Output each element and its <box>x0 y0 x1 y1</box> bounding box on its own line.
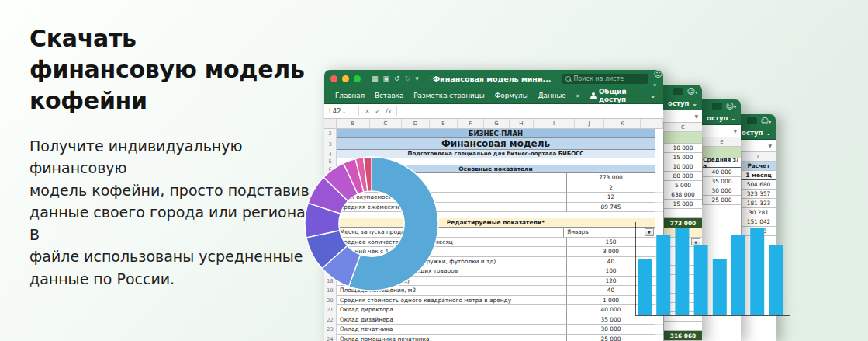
share-button-fragment[interactable]: оступ <box>742 129 763 137</box>
column-header[interactable]: E <box>430 119 458 128</box>
column-header[interactable]: L <box>741 152 776 162</box>
cell-value: 773 000 <box>566 173 655 183</box>
strip-cell: 638 000 <box>663 190 702 200</box>
bar-series-item <box>731 235 745 315</box>
formula-bar-fragment: ▼ <box>702 125 741 137</box>
search-box-fragment <box>673 88 683 95</box>
maximize-button[interactable] <box>354 75 361 82</box>
person-plus-icon <box>590 92 596 99</box>
tab-page-layout[interactable]: Разметка страницы <box>413 92 484 99</box>
column-header[interactable]: K <box>604 119 641 128</box>
dropdown-arrow-icon[interactable]: ▼ <box>694 113 698 119</box>
cell-empty <box>655 193 663 203</box>
sheet-row: 3Финансовая модель <box>324 138 663 150</box>
row-number[interactable]: 20 <box>324 296 337 306</box>
chevron-down-icon: ⌄ <box>766 130 771 137</box>
cell-value: 89 745 <box>566 203 655 213</box>
row-number[interactable]: 21 <box>324 305 337 315</box>
share-button-fragment[interactable]: оступ <box>707 114 728 122</box>
strip-cell: 25 000 <box>702 196 741 205</box>
cell-empty <box>655 173 663 183</box>
cancel-icon[interactable]: × <box>365 107 370 115</box>
sheet-row: 22Оклад дизайнера35 000 <box>324 315 663 325</box>
column-header[interactable]: C <box>370 119 402 128</box>
strip-cell: Средняя з/п <box>702 158 741 168</box>
tabs-overflow[interactable]: » <box>576 92 580 99</box>
column-header[interactable]: J <box>575 119 604 128</box>
redo-icon[interactable]: ↻ <box>405 75 411 82</box>
strip-cell <box>663 322 702 331</box>
row-number[interactable]: 24 <box>324 335 337 341</box>
bar-series-item <box>750 228 764 315</box>
cell-label: Оклад дизайнера <box>337 315 566 325</box>
column-header[interactable]: H <box>510 119 534 128</box>
tab-data[interactable]: Данные <box>538 92 566 99</box>
dropdown-arrow-icon[interactable]: ▼ <box>733 128 737 134</box>
ribbon-collapse-icon[interactable]: ▾ <box>415 75 419 82</box>
share-button[interactable]: Общий доступ ⌄ <box>590 88 655 103</box>
strip-cell: 80 000 <box>663 172 702 181</box>
smiley-icon[interactable]: ☺▾ <box>761 117 771 125</box>
tab-home[interactable]: Главная <box>335 92 365 99</box>
tab-insert[interactable]: Вставка <box>375 92 403 99</box>
smiley-icon[interactable]: ☺▾ <box>687 87 697 96</box>
merged-header-cell: БИЗНЕС-ПЛАН <box>337 129 655 138</box>
cell-label: Оклад помощника печатника <box>337 335 566 341</box>
cell-value: 25 000 <box>566 335 655 341</box>
strip-cell: 15 000 <box>663 153 702 162</box>
strip-cell <box>663 209 702 218</box>
row-number[interactable]: 2 <box>324 129 337 138</box>
hero-text-block: Скачать финансовую модель кофейни Получи… <box>29 23 318 290</box>
share-button-fragment[interactable]: оступ <box>668 99 689 107</box>
name-box[interactable]: L42 ▴▾ <box>324 107 355 115</box>
sheet-row: 24Оклад помощника печатника25 000 <box>324 335 663 341</box>
column-header[interactable]: I <box>534 119 575 128</box>
donut-chart <box>303 155 440 292</box>
undo-icon[interactable]: ↺ <box>394 75 400 82</box>
strip-cell: 323 357 <box>741 190 776 199</box>
cell-value: 2 <box>566 183 655 193</box>
sheet-row: 2БИЗНЕС-ПЛАН <box>324 129 663 138</box>
formula-bar: L42 ▴▾ × ✓ fx <box>324 104 663 119</box>
row-number[interactable]: 23 <box>324 325 337 335</box>
formula-bar-fragment: ▼ <box>663 110 702 123</box>
row-number[interactable]: 22 <box>324 315 337 325</box>
smiley-icon[interactable]: ☺ ▾ <box>653 69 662 89</box>
cell-empty <box>655 183 663 193</box>
column-header[interactable]: D <box>402 119 430 128</box>
column-header[interactable]: C <box>663 123 702 132</box>
strip-cell <box>663 132 702 144</box>
column-header[interactable]: E <box>702 137 741 147</box>
column-header[interactable]: F <box>458 119 484 128</box>
search-input[interactable]: Поиск на листе <box>562 74 648 84</box>
search-box-fragment <box>747 117 757 124</box>
strip-cell: 1 месяц <box>741 171 776 180</box>
cell-label: Средняя стоимость одного квадратного мет… <box>337 296 566 306</box>
cell-label: Оклад печатника <box>337 325 566 335</box>
bar-series-item <box>675 228 689 315</box>
minimize-button[interactable] <box>342 75 349 82</box>
ribbon-tabs: Главная Вставка Разметка страницы Формул… <box>324 88 663 104</box>
smiley-icon[interactable]: ☺▾ <box>726 102 736 110</box>
strip-cell: 504 680 <box>741 180 776 190</box>
row-number[interactable]: 3 <box>324 138 337 150</box>
confirm-icon[interactable]: ✓ <box>375 107 380 115</box>
tab-formulas[interactable]: Формулы <box>495 92 528 99</box>
window-menubar: оступ ⌄ <box>702 112 741 125</box>
merged-header-cell: Финансовая модель <box>337 138 655 150</box>
cell-value: 12 <box>566 193 655 203</box>
strip-cell: 10 000 <box>663 162 702 172</box>
sidebar-toggle-icon[interactable]: ▦ <box>372 75 379 82</box>
close-button[interactable] <box>330 75 337 82</box>
column-header[interactable]: G <box>484 119 510 128</box>
cell-empty <box>655 203 663 213</box>
dropdown-arrow-icon[interactable]: ▼ <box>768 143 772 148</box>
name-box-spinner[interactable]: ▴▾ <box>344 108 345 113</box>
window-titlebar: ▦ ▣ ↺ ↻ ▾ Финансовая модель мини... Поис… <box>324 70 663 88</box>
select-all-corner[interactable] <box>324 119 337 128</box>
strip-cell: 30 281 <box>741 208 776 217</box>
window-controls <box>330 75 361 82</box>
save-icon[interactable]: ▣ <box>383 75 390 82</box>
function-icon[interactable]: fx <box>385 107 391 115</box>
column-header[interactable]: B <box>337 119 370 128</box>
